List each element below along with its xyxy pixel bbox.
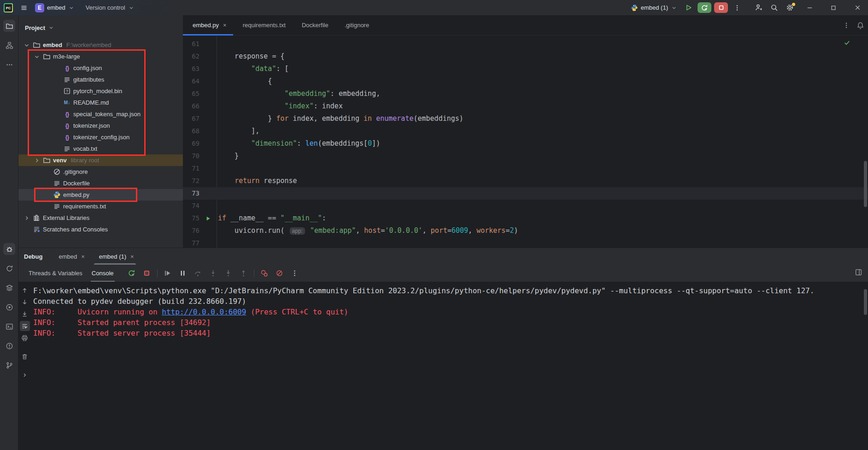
tree-item-tokenizer-json[interactable]: {}tokenizer.json [18, 120, 183, 131]
step-out-icon[interactable] [239, 268, 249, 278]
project-panel-title[interactable]: Project [25, 24, 45, 31]
clear-all-icon[interactable] [20, 351, 30, 361]
step-over-icon[interactable] [193, 268, 203, 278]
run-configuration-selector[interactable]: embed (1) [631, 4, 677, 12]
debug-view-tab-console[interactable]: Console [87, 265, 118, 282]
tree-item-scratches-and-consoles[interactable]: Scratches and Consoles [18, 224, 183, 235]
console-link[interactable]: http://0.0.0.0:6009 [162, 308, 246, 316]
main-menu-icon[interactable] [18, 2, 30, 13]
run-gutter-icon[interactable] [199, 212, 217, 225]
tree-item-m3e-large[interactable]: m3e-large [18, 51, 183, 62]
code-line-70[interactable]: 70 } [183, 150, 868, 162]
chevron-down-icon[interactable] [33, 53, 41, 60]
run-button[interactable] [682, 2, 695, 13]
console-scrollbar[interactable] [864, 289, 867, 315]
tree-item-config-json[interactable]: {}config.json [18, 62, 183, 74]
window-minimize-button[interactable] [799, 0, 820, 15]
editor-scrollbar[interactable] [864, 161, 867, 207]
inspections-ok-icon[interactable] [844, 39, 850, 46]
toolwindow-structure-icon[interactable] [3, 39, 15, 51]
code-line-68[interactable]: 68 ], [183, 125, 868, 137]
toolwindow-more-tool-windows-icon[interactable] [3, 59, 15, 71]
search-everywhere-icon[interactable] [768, 2, 780, 13]
tab-embed-py[interactable]: embed.py× [183, 15, 233, 35]
code-line-71[interactable]: 71 [183, 162, 868, 175]
tab-dockerfile[interactable]: Dockerfile [292, 15, 335, 35]
step-into-icon[interactable] [208, 268, 218, 278]
stop-icon[interactable] [142, 268, 152, 278]
up-stack-trace-icon[interactable] [20, 285, 30, 295]
toolwindow-services-icon[interactable] [3, 282, 15, 294]
chevron-right-icon[interactable] [23, 214, 30, 222]
tree-item-gitattributes[interactable]: gitattributes [18, 74, 183, 85]
window-maximize-button[interactable] [823, 0, 844, 15]
toolwindow-version-control-icon[interactable] [3, 359, 15, 371]
rerun-debug-button[interactable] [698, 2, 711, 13]
debug-session-tab-embed[interactable]: embed× [50, 248, 90, 265]
code-line-74[interactable]: 74 [183, 200, 868, 212]
chevron-right-icon[interactable] [33, 157, 41, 164]
vcs-widget[interactable]: Version control [86, 4, 135, 11]
tree-item-embed-py[interactable]: embed.py [18, 189, 183, 201]
layout-settings-icon[interactable] [855, 268, 862, 276]
close-icon[interactable]: × [223, 22, 227, 29]
toolwindow-terminal-icon[interactable] [3, 320, 15, 332]
pause-icon[interactable] [178, 268, 188, 278]
settings-gear-icon[interactable] [783, 2, 796, 13]
close-icon[interactable]: × [81, 253, 85, 260]
code-with-me-icon[interactable] [752, 2, 765, 13]
expand-icon[interactable] [20, 370, 30, 380]
mute-breakpoints-icon[interactable] [275, 268, 285, 278]
tree-item-embed[interactable]: embedF:\worker\embed [18, 39, 183, 51]
rerun-debug-icon[interactable] [127, 268, 137, 278]
code-line-73[interactable]: 73 [183, 187, 868, 200]
code-line-65[interactable]: 65 "embedding": embedding, [183, 88, 868, 100]
force-step-into-icon[interactable] [223, 268, 234, 278]
tab-gitignore[interactable]: .gitignore [335, 15, 375, 35]
toolwindow-run-icon[interactable] [3, 301, 15, 313]
close-icon[interactable]: × [130, 253, 134, 260]
toolwindow-debug-icon[interactable] [3, 243, 15, 255]
notifications-bell-icon[interactable] [856, 22, 864, 30]
code-line-66[interactable]: 66 "index": index [183, 100, 868, 112]
editor-options-icon[interactable] [843, 22, 850, 29]
stop-button[interactable] [714, 2, 728, 13]
debug-session-tab-embed-1[interactable]: embed (1)× [90, 248, 140, 265]
code-line-75[interactable]: 75if __name__ == "__main__": [183, 212, 868, 225]
scroll-to-end-icon[interactable] [20, 309, 30, 319]
toolwindow-project-icon[interactable] [3, 20, 15, 32]
toolwindow-python-console-icon[interactable] [3, 262, 15, 274]
more-icon[interactable] [290, 268, 300, 278]
code-line-62[interactable]: 62 response = { [183, 50, 868, 63]
code-line-61[interactable]: 61 [183, 38, 868, 50]
tree-item-venv[interactable]: venvlibrary root [18, 154, 183, 166]
tree-item-vocab-txt[interactable]: vocab.txt [18, 143, 183, 154]
tab-requirements-txt[interactable]: requirements.txt [233, 15, 292, 35]
debug-view-tab-threads-variables[interactable]: Threads & Variables [24, 265, 87, 282]
chevron-down-icon[interactable] [23, 41, 30, 49]
code-line-63[interactable]: 63 "data": [ [183, 63, 868, 75]
code-line-64[interactable]: 64 { [183, 75, 868, 88]
view-breakpoints-icon[interactable] [259, 268, 270, 278]
code-line-76[interactable]: 76 uvicorn.run( app: "embed:app", host='… [183, 225, 868, 237]
project-widget[interactable]: E embed [35, 3, 75, 12]
tree-item-dockerfile[interactable]: Dockerfile [18, 178, 183, 189]
tree-item-readme-md[interactable]: M↓README.md [18, 97, 183, 108]
print-icon[interactable] [20, 333, 30, 343]
code-line-69[interactable]: 69 "dimension": len(embeddings[0]) [183, 137, 868, 150]
tree-item-pytorch-model-bin[interactable]: ?pytorch_model.bin [18, 85, 183, 97]
window-close-button[interactable] [847, 0, 868, 15]
tree-item-requirements-txt[interactable]: requirements.txt [18, 201, 183, 212]
tree-item-tokenizer-config-json[interactable]: {}tokenizer_config.json [18, 131, 183, 143]
code-line-67[interactable]: 67 } for index, embedding in enumerate(e… [183, 112, 868, 125]
toolwindow-problems-icon[interactable] [3, 340, 15, 352]
more-actions-icon[interactable] [731, 2, 744, 13]
resume-icon[interactable] [163, 268, 173, 278]
tree-item-external-libraries[interactable]: External Libraries [18, 212, 183, 224]
code-line-72[interactable]: 72 return response [183, 175, 868, 187]
tree-item-special-tokens-map-json[interactable]: {}special_tokens_map.json [18, 108, 183, 120]
down-stack-trace-icon[interactable] [20, 297, 30, 307]
debug-panel-title[interactable]: Debug [18, 248, 50, 265]
tree-item-gitignore[interactable]: .gitignore [18, 166, 183, 178]
soft-wrap-icon[interactable] [20, 321, 30, 331]
